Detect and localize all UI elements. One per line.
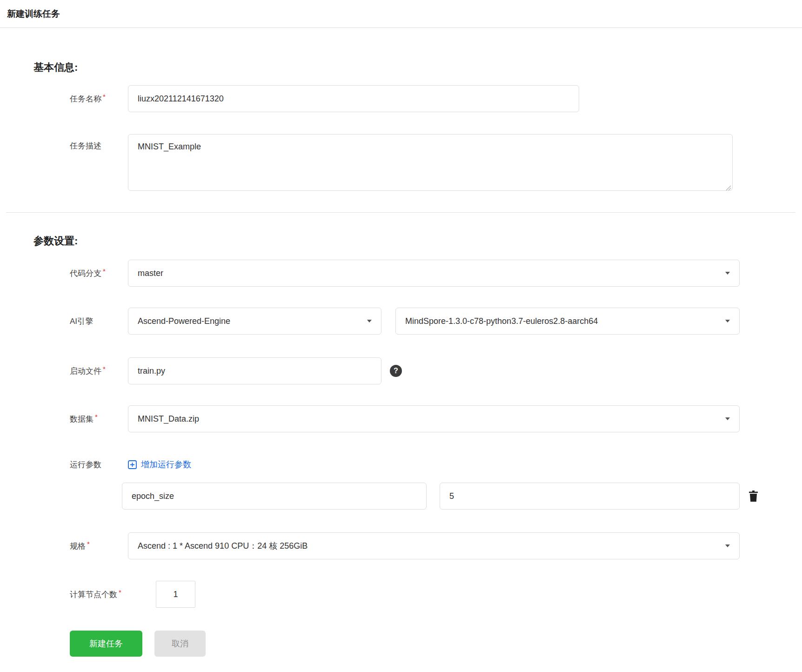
required-asterisk: *	[103, 268, 106, 275]
run-param-key-input[interactable]	[122, 483, 427, 510]
code-branch-label-text: 代码分支	[70, 268, 101, 279]
create-task-button[interactable]: 新建任务	[70, 631, 142, 657]
trash-icon	[748, 490, 759, 502]
task-desc-textarea[interactable]: MNIST_Example	[128, 134, 733, 191]
dataset-row: 数据集 * MNIST_Data.zip	[70, 405, 802, 432]
node-count-label: 计算节点个数 *	[70, 589, 144, 600]
required-asterisk: *	[87, 541, 90, 547]
engine-version-selected-value: MindSpore-1.3.0-c78-python3.7-euleros2.8…	[405, 316, 598, 326]
required-asterisk: *	[95, 414, 98, 420]
boot-file-label-text: 启动文件	[70, 366, 101, 376]
task-desc-textarea-wrap: MNIST_Example	[128, 134, 733, 193]
plus-square-icon	[128, 460, 137, 469]
resize-handle-icon[interactable]	[725, 185, 731, 191]
chevron-down-icon	[725, 320, 730, 323]
task-name-label-text: 任务名称	[70, 94, 101, 104]
dataset-select[interactable]: MNIST_Data.zip	[128, 405, 740, 432]
run-params-label: 运行参数	[70, 459, 128, 470]
task-name-label: 任务名称 *	[70, 94, 128, 104]
boot-file-row: 启动文件 * ?	[70, 357, 802, 384]
chevron-down-icon	[725, 544, 730, 547]
section-divider	[6, 212, 795, 213]
spec-label-text: 规格	[70, 541, 86, 551]
chevron-down-icon	[367, 320, 372, 323]
ai-engine-selected-value: Ascend-Powered-Engine	[138, 316, 230, 326]
section-heading-param-settings: 参数设置:	[33, 234, 802, 248]
task-desc-row: 任务描述 MNIST_Example	[70, 134, 802, 193]
ai-engine-select[interactable]: Ascend-Powered-Engine	[128, 308, 381, 335]
cancel-button[interactable]: 取消	[154, 631, 206, 657]
code-branch-label: 代码分支 *	[70, 268, 128, 279]
section-heading-basic-info: 基本信息:	[33, 60, 802, 74]
delete-param-button[interactable]	[748, 490, 759, 502]
node-count-input[interactable]	[156, 581, 195, 608]
chevron-down-icon	[725, 272, 730, 275]
engine-version-select[interactable]: MindSpore-1.3.0-c78-python3.7-euleros2.8…	[395, 308, 740, 335]
spec-select[interactable]: Ascend : 1 * Ascend 910 CPU：24 核 256GiB	[128, 532, 740, 559]
spec-row: 规格 * Ascend : 1 * Ascend 910 CPU：24 核 25…	[70, 532, 802, 559]
run-param-value-row	[122, 483, 802, 510]
add-run-param-link[interactable]: 增加运行参数	[128, 459, 191, 470]
create-training-task-form: 基本信息: 任务名称 * 任务描述 MNIST_Example 参数设置: 代码…	[0, 60, 802, 671]
page-title: 新建训练任务	[7, 8, 60, 20]
dataset-label: 数据集 *	[70, 414, 128, 424]
task-desc-label: 任务描述	[70, 134, 128, 151]
run-params-row: 运行参数 增加运行参数	[70, 459, 802, 470]
dataset-selected-value: MNIST_Data.zip	[138, 414, 199, 424]
node-count-row: 计算节点个数 *	[70, 581, 802, 608]
spec-selected-value: Ascend : 1 * Ascend 910 CPU：24 核 256GiB	[138, 540, 307, 551]
add-run-param-label: 增加运行参数	[141, 459, 191, 470]
run-param-value-input[interactable]	[440, 483, 740, 510]
task-desc-label-text: 任务描述	[70, 141, 101, 151]
help-icon[interactable]: ?	[390, 365, 402, 377]
code-branch-selected-value: master	[138, 269, 163, 278]
page-header: 新建训练任务	[0, 0, 802, 28]
run-params-label-text: 运行参数	[70, 459, 101, 470]
dataset-label-text: 数据集	[70, 414, 94, 424]
code-branch-row: 代码分支 * master	[70, 260, 802, 287]
chevron-down-icon	[725, 417, 730, 420]
boot-file-label: 启动文件 *	[70, 366, 128, 376]
required-asterisk: *	[103, 94, 106, 100]
boot-file-input[interactable]	[128, 357, 381, 384]
ai-engine-label-text: AI引擎	[70, 316, 93, 327]
form-actions: 新建任务 取消	[70, 631, 802, 657]
code-branch-select[interactable]: master	[128, 260, 740, 287]
ai-engine-row: AI引擎 Ascend-Powered-Engine MindSpore-1.3…	[70, 308, 802, 335]
required-asterisk: *	[103, 366, 106, 372]
node-count-label-text: 计算节点个数	[70, 589, 117, 600]
task-name-row: 任务名称 *	[70, 85, 802, 112]
task-name-input[interactable]	[128, 85, 579, 112]
spec-label: 规格 *	[70, 541, 128, 551]
ai-engine-label: AI引擎	[70, 316, 128, 327]
required-asterisk: *	[119, 589, 121, 596]
